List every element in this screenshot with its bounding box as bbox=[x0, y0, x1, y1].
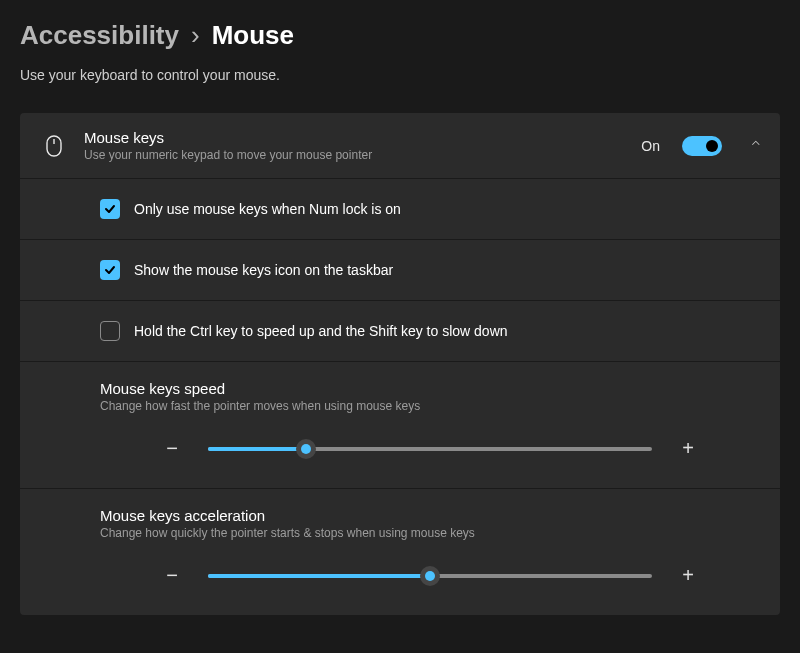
option-numlock-row[interactable]: Only use mouse keys when Num lock is on bbox=[20, 179, 780, 240]
breadcrumb-current: Mouse bbox=[212, 20, 294, 51]
option-numlock-label: Only use mouse keys when Num lock is on bbox=[134, 201, 401, 217]
mouse-keys-card: Mouse keys Use your numeric keypad to mo… bbox=[20, 113, 780, 615]
option-ctrlshift-checkbox[interactable] bbox=[100, 321, 120, 341]
option-numlock-checkbox[interactable] bbox=[100, 199, 120, 219]
breadcrumb-parent[interactable]: Accessibility bbox=[20, 20, 179, 51]
acceleration-slider-block: Mouse keys acceleration Change how quick… bbox=[20, 489, 780, 615]
chevron-up-icon[interactable]: ⌵ bbox=[752, 138, 760, 154]
speed-increase-button[interactable]: + bbox=[676, 437, 700, 460]
mouse-keys-title: Mouse keys bbox=[84, 129, 625, 146]
option-taskbar-label: Show the mouse keys icon on the taskbar bbox=[134, 262, 393, 278]
acceleration-description: Change how quickly the pointer starts & … bbox=[100, 526, 760, 540]
speed-slider-block: Mouse keys speed Change how fast the poi… bbox=[20, 362, 780, 489]
speed-decrease-button[interactable]: − bbox=[160, 437, 184, 460]
option-ctrlshift-label: Hold the Ctrl key to speed up and the Sh… bbox=[134, 323, 508, 339]
acceleration-slider-thumb[interactable] bbox=[420, 566, 440, 586]
breadcrumb-separator: › bbox=[191, 20, 200, 51]
page-subtitle: Use your keyboard to control your mouse. bbox=[20, 67, 780, 83]
speed-description: Change how fast the pointer moves when u… bbox=[100, 399, 760, 413]
mouse-keys-header[interactable]: Mouse keys Use your numeric keypad to mo… bbox=[20, 113, 780, 179]
speed-slider[interactable] bbox=[208, 447, 652, 451]
acceleration-slider-fill bbox=[208, 574, 430, 578]
speed-slider-thumb[interactable] bbox=[296, 439, 316, 459]
speed-slider-fill bbox=[208, 447, 306, 451]
mouse-keys-toggle[interactable] bbox=[682, 136, 722, 156]
acceleration-increase-button[interactable]: + bbox=[676, 564, 700, 587]
breadcrumb: Accessibility › Mouse bbox=[20, 20, 780, 51]
mouse-keys-description: Use your numeric keypad to move your mou… bbox=[84, 148, 625, 162]
speed-title: Mouse keys speed bbox=[100, 380, 760, 397]
mouse-icon bbox=[40, 135, 68, 157]
option-taskbar-checkbox[interactable] bbox=[100, 260, 120, 280]
mouse-keys-state-label: On bbox=[641, 138, 660, 154]
acceleration-decrease-button[interactable]: − bbox=[160, 564, 184, 587]
acceleration-title: Mouse keys acceleration bbox=[100, 507, 760, 524]
option-taskbar-row[interactable]: Show the mouse keys icon on the taskbar bbox=[20, 240, 780, 301]
option-ctrlshift-row[interactable]: Hold the Ctrl key to speed up and the Sh… bbox=[20, 301, 780, 362]
acceleration-slider[interactable] bbox=[208, 574, 652, 578]
